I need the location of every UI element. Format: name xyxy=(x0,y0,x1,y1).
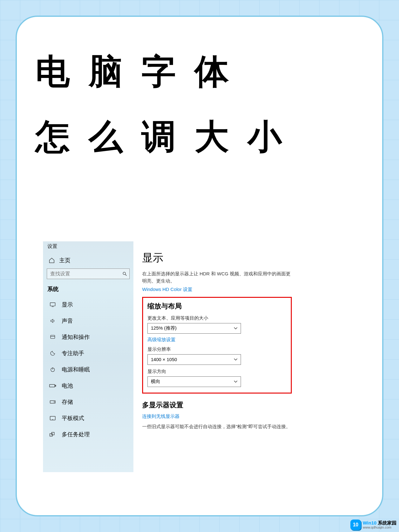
svg-line-1 xyxy=(125,274,127,276)
sidebar-nav: 显示 声音 通知和操作 专注助手 电源和睡眠 xyxy=(43,297,133,443)
svg-rect-8 xyxy=(50,384,55,387)
home-label: 主页 xyxy=(59,257,70,264)
scale-value: 125% (推荐) xyxy=(151,325,177,331)
sidebar-item-label: 专注助手 xyxy=(62,350,84,357)
scale-highlight: 缩放与布局 更改文本、应用等项目的大小 125% (推荐) 高级缩放设置 显示分… xyxy=(142,297,292,394)
chevron-down-icon xyxy=(234,380,238,383)
resolution-value: 1400 × 1050 xyxy=(151,357,177,362)
battery-icon xyxy=(49,384,56,388)
tablet-icon xyxy=(49,416,56,421)
orientation-label: 显示方向 xyxy=(147,369,286,375)
sidebar-item-power[interactable]: 电源和睡眠 xyxy=(43,361,133,378)
notify-icon xyxy=(49,334,56,340)
advanced-scale-link[interactable]: 高级缩放设置 xyxy=(147,337,175,343)
page-title: 显示 xyxy=(142,251,292,265)
storage-icon xyxy=(49,400,56,404)
power-icon xyxy=(49,367,56,372)
sidebar-home[interactable]: 主页 xyxy=(43,253,133,268)
title-line-1: 电脑字体 xyxy=(36,39,367,104)
orientation-select[interactable]: 横向 xyxy=(147,376,241,387)
svg-point-11 xyxy=(54,402,55,402)
sidebar-item-label: 多任务处理 xyxy=(62,431,90,438)
orientation-value: 横向 xyxy=(151,379,160,384)
settings-sidebar: 设置 主页 系统 显示 声音 xyxy=(43,241,133,472)
title-line-2: 怎么调大小 xyxy=(36,104,367,169)
window-title: 设置 xyxy=(43,241,133,253)
sidebar-item-label: 通知和操作 xyxy=(62,333,90,341)
chevron-down-icon xyxy=(234,327,238,330)
sidebar-item-storage[interactable]: 存储 xyxy=(43,394,133,410)
watermark-badge: 10 xyxy=(350,520,361,530)
hdr-description: 在上面所选择的显示器上让 HDR 和 WCG 视频、游戏和应用中的画面更明亮、更… xyxy=(142,270,292,285)
multi-display-desc: 一些旧式显示器可能不会进行自动连接，选择"检测"即可尝试手动连接。 xyxy=(142,424,292,430)
multitask-icon xyxy=(49,432,56,437)
scale-section-title: 缩放与布局 xyxy=(147,302,286,311)
settings-content: 显示 在上面所选择的显示器上让 HDR 和 WCG 视频、游戏和应用中的画面更明… xyxy=(133,241,298,472)
watermark-text: Win10 系统家园 www.qdhuajin.com xyxy=(363,520,397,530)
sidebar-item-label: 显示 xyxy=(62,301,73,308)
scale-select[interactable]: 125% (推荐) xyxy=(147,323,241,334)
title-block: 电脑字体 怎么调大小 xyxy=(36,39,367,169)
svg-point-0 xyxy=(123,272,126,275)
chevron-down-icon xyxy=(234,358,238,361)
home-icon xyxy=(49,257,55,264)
sidebar-category: 系统 xyxy=(43,283,133,297)
display-icon xyxy=(49,302,56,307)
sidebar-item-focus[interactable]: 专注助手 xyxy=(43,345,133,361)
search-input[interactable] xyxy=(47,268,130,279)
hd-color-link[interactable]: Windows HD Color 设置 xyxy=(142,287,192,293)
sidebar-item-label: 平板模式 xyxy=(62,414,84,422)
watermark: 10 Win10 系统家园 www.qdhuajin.com xyxy=(350,520,397,530)
resolution-label: 显示分辨率 xyxy=(147,346,286,352)
resolution-select[interactable]: 1400 × 1050 xyxy=(147,354,241,365)
focus-icon xyxy=(49,351,56,356)
svg-rect-9 xyxy=(55,385,56,386)
svg-point-13 xyxy=(53,419,53,420)
sidebar-item-multitask[interactable]: 多任务处理 xyxy=(43,426,133,443)
wireless-link[interactable]: 连接到无线显示器 xyxy=(142,414,180,419)
sidebar-item-tablet[interactable]: 平板模式 xyxy=(43,410,133,426)
sidebar-item-display[interactable]: 显示 xyxy=(43,297,133,313)
svg-rect-2 xyxy=(50,303,55,306)
sidebar-item-sound[interactable]: 声音 xyxy=(43,313,133,329)
search-icon xyxy=(122,271,127,276)
sidebar-item-battery[interactable]: 电池 xyxy=(43,378,133,394)
scale-label: 更改文本、应用等项目的大小 xyxy=(147,315,286,321)
sidebar-item-label: 电池 xyxy=(62,382,73,389)
sidebar-item-label: 电源和睡眠 xyxy=(62,366,90,373)
watermark-line2: www.qdhuajin.com xyxy=(363,525,397,529)
sidebar-item-label: 声音 xyxy=(62,317,73,325)
settings-window: 设置 主页 系统 显示 声音 xyxy=(43,241,298,472)
sound-icon xyxy=(49,318,56,324)
info-card: 电脑字体 怎么调大小 设置 主页 系统 显示 xyxy=(16,16,383,516)
svg-rect-4 xyxy=(50,335,55,339)
search-wrap xyxy=(47,268,130,279)
watermark-line1: Win10 系统家园 xyxy=(363,520,397,526)
multi-display-title: 多显示器设置 xyxy=(142,400,292,410)
sidebar-item-notify[interactable]: 通知和操作 xyxy=(43,329,133,345)
sidebar-item-label: 存储 xyxy=(62,398,73,406)
